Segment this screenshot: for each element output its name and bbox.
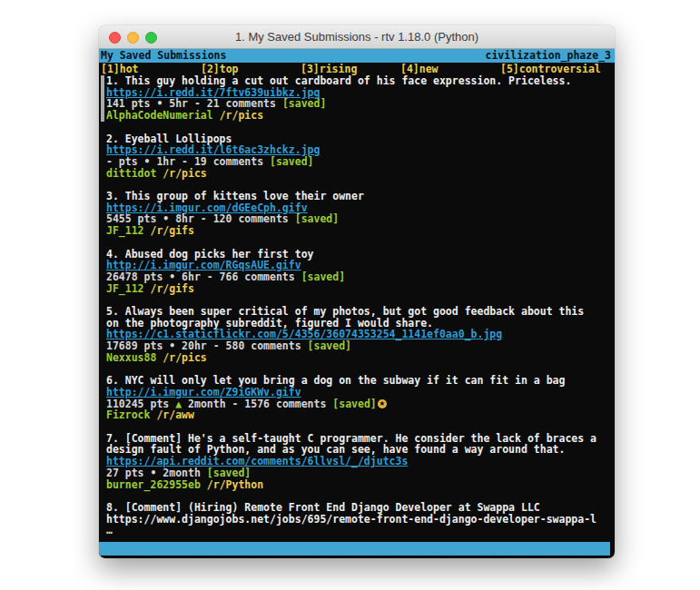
submission-byline: JF_112 /r/gifs <box>106 283 613 295</box>
saved-badge: [saved] <box>301 270 345 283</box>
byline-spacer <box>201 478 207 491</box>
submission-item[interactable]: 3. This group of kittens love their owne… <box>101 191 613 237</box>
minimize-button[interactable] <box>127 32 139 44</box>
titlebar[interactable]: 1. My Saved Submissions - rtv 1.18.0 (Py… <box>99 25 615 49</box>
order-tab-top[interactable]: [2]top <box>201 63 239 75</box>
saved-badge: [saved] <box>308 339 351 352</box>
traffic-lights <box>109 32 157 44</box>
submission-item[interactable]: 8. [Comment] (Hiring) Remote Front End D… <box>101 502 613 536</box>
author-name[interactable]: AlphaCodeNumerial <box>106 109 213 122</box>
subreddit-link[interactable]: /r/gifs <box>150 282 193 295</box>
terminal: My Saved Submissions civilization_phaze_… <box>99 49 615 558</box>
subreddit-link[interactable]: /r/pics <box>220 109 263 122</box>
footer-bar: [?]Help [q]Quit [l]Comments [/]Prompt [u… <box>99 542 610 556</box>
submission-title: 5. Always been super critical of my phot… <box>106 306 613 318</box>
saved-badge: [saved] <box>270 155 313 168</box>
submission-item[interactable]: 6. NYC will only let you bring a dog on … <box>101 375 613 421</box>
author-name[interactable]: burner_262955eb <box>106 478 201 491</box>
keyboard-shortcuts-help: [?]Help [q]Quit [l]Comments [/]Prompt [u… <box>139 556 592 558</box>
truncation-ellipsis: … <box>106 525 613 536</box>
app-window: 1. My Saved Submissions - rtv 1.18.0 (Py… <box>99 25 615 558</box>
submission-item[interactable]: 1. This guy holding a cut out cardboard … <box>101 75 613 122</box>
submission-title: 3. This group of kittens love their owne… <box>106 191 613 202</box>
submission-byline: Nexxus88 /r/pics <box>106 352 613 364</box>
header-bar: My Saved Submissions civilization_phaze_… <box>99 49 615 63</box>
submission-title: 8. [Comment] (Hiring) Remote Front End D… <box>106 502 613 514</box>
star-glyph: ★ <box>378 399 387 408</box>
order-tab-rising[interactable]: [3]rising <box>301 63 357 75</box>
submission-title: 6. NYC will only let you bring a dog on … <box>106 375 613 387</box>
order-tab-hot[interactable]: [1]hot <box>101 63 139 75</box>
zoom-button[interactable] <box>145 32 157 44</box>
author-name[interactable]: Fizrock <box>106 408 150 421</box>
subreddit-link[interactable]: /r/aww <box>156 408 194 421</box>
submission-byline: Fizrock /r/aww <box>106 409 613 421</box>
order-bar: [1]hot[2]top[3]rising[4]new[5]controvers… <box>99 63 615 75</box>
close-button[interactable] <box>109 32 121 44</box>
stats-text: 2month - 1576 comments <box>182 398 332 410</box>
submission-title: 1. This guy holding a cut out cardboard … <box>106 75 613 87</box>
selection-cursor <box>101 75 104 122</box>
window-title: 1. My Saved Submissions - rtv 1.18.0 (Py… <box>99 25 615 48</box>
author-name[interactable]: Nexxus88 <box>106 351 156 364</box>
submission-item[interactable]: 2. Eyeball Lollipopshttps://i.redd.it/l6… <box>101 133 613 180</box>
gilded-star-icon: ★ <box>378 399 387 408</box>
subreddit-link[interactable]: /r/pics <box>163 167 206 180</box>
subreddit-link[interactable]: /r/pics <box>163 351 206 364</box>
submission-byline: dittidot /r/pics <box>106 168 613 180</box>
saved-badge: [saved] <box>332 398 376 410</box>
submission-byline: AlphaCodeNumerial /r/pics <box>106 110 613 122</box>
subreddit-link[interactable]: /r/Python <box>207 478 263 491</box>
submission-byline: JF_112 /r/gifs <box>106 225 613 237</box>
submission-item[interactable]: 7. [Comment] He's a self-taught C progra… <box>101 433 613 491</box>
submission-item[interactable]: 4. Abused dog picks her first toyhttp://… <box>101 249 613 295</box>
author-name[interactable]: JF_112 <box>106 282 144 295</box>
order-tab-new[interactable]: [4]new <box>400 63 439 75</box>
saved-badge: [saved] <box>295 212 339 225</box>
order-tab-controversial[interactable]: [5]controversial <box>500 63 601 75</box>
logged-in-username: civilization_phaze_3 <box>486 49 611 63</box>
saved-badge: [saved] <box>282 97 326 110</box>
page-title: My Saved Submissions <box>101 49 226 63</box>
subreddit-link[interactable]: /r/gifs <box>150 224 193 237</box>
submission-item[interactable]: 5. Always been super critical of my phot… <box>101 306 613 364</box>
submission-list: 1. This guy holding a cut out cardboard … <box>101 75 613 540</box>
author-name[interactable]: JF_112 <box>106 224 144 237</box>
author-name[interactable]: dittidot <box>106 167 156 180</box>
submission-url: https://www.djangojobs.net/jobs/695/remo… <box>106 514 613 526</box>
byline-spacer <box>213 109 220 122</box>
submission-byline: burner_262955eb /r/Python <box>106 479 613 491</box>
